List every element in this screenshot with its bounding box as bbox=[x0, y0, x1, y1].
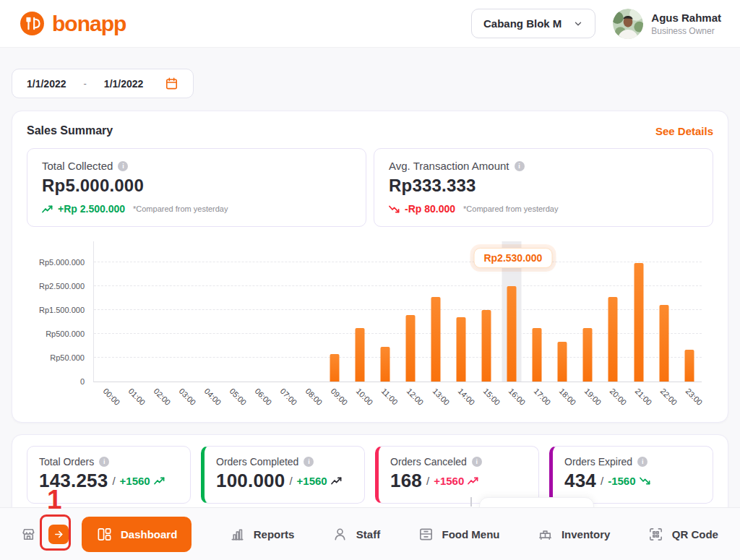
nav-item-qr-code[interactable]: QR Code bbox=[648, 526, 718, 543]
order-label: Orders Expiredi bbox=[564, 456, 701, 468]
order-value-row: 434/-1560 bbox=[564, 470, 701, 492]
bar-column: 14:00 bbox=[449, 241, 474, 382]
bar[interactable] bbox=[381, 347, 390, 382]
stat-label-text: Total Collected bbox=[42, 160, 113, 172]
trend-up-icon bbox=[468, 477, 478, 485]
brand-logo: bonapp bbox=[19, 10, 126, 37]
x-axis-label: 01:00 bbox=[126, 387, 147, 407]
y-axis-tick: 0 bbox=[80, 377, 85, 386]
order-value: 168 bbox=[390, 470, 422, 492]
bar[interactable] bbox=[608, 297, 618, 382]
stat-delta-row: +Rp 2.500.000*Compared from yesterday bbox=[42, 203, 351, 215]
user-role: Business Owner bbox=[651, 26, 721, 36]
storefront-button[interactable] bbox=[20, 526, 37, 543]
info-icon: i bbox=[472, 457, 482, 467]
bar-column: 09:00 bbox=[322, 241, 347, 382]
bar-column: 05:00 bbox=[220, 241, 246, 382]
bar-column: 13:00 bbox=[423, 241, 449, 382]
info-icon: i bbox=[515, 161, 525, 171]
qr-code-icon bbox=[648, 526, 664, 543]
see-details-link[interactable]: See Details bbox=[655, 125, 713, 137]
bar[interactable] bbox=[507, 286, 517, 382]
bar[interactable] bbox=[558, 342, 567, 382]
x-axis-label: 04:00 bbox=[203, 387, 223, 407]
order-value: 434 bbox=[564, 470, 596, 492]
order-label: Orders Completedi bbox=[216, 456, 353, 468]
bar-column: 02:00 bbox=[145, 241, 170, 382]
divider-tick bbox=[470, 497, 472, 507]
order-label-text: Orders Canceled bbox=[390, 456, 467, 468]
stat-label-text: Avg. Transaction Amount bbox=[389, 160, 509, 172]
bar[interactable] bbox=[634, 263, 643, 382]
order-label-text: Total Orders bbox=[39, 456, 94, 468]
order-label-text: Orders Completed bbox=[216, 456, 298, 468]
inventory-icon bbox=[537, 526, 554, 543]
trend-up-icon bbox=[331, 477, 342, 485]
avatar bbox=[613, 9, 643, 39]
bar[interactable] bbox=[659, 305, 668, 382]
sales-stat-row: Total CollectediRp5.000.000+Rp 2.500.000… bbox=[27, 148, 713, 227]
nav-item-label: Inventory bbox=[562, 528, 611, 540]
bar-column: 00:00 bbox=[94, 241, 119, 382]
order-slash: / bbox=[112, 475, 115, 487]
bar-column: 22:00 bbox=[651, 241, 676, 382]
bar[interactable] bbox=[330, 354, 339, 382]
calendar-icon[interactable] bbox=[165, 77, 178, 90]
bar[interactable] bbox=[406, 315, 416, 382]
trend-up-icon bbox=[42, 205, 53, 213]
nav-item-label: Reports bbox=[254, 528, 295, 540]
reports-icon bbox=[229, 526, 246, 543]
info-icon: i bbox=[99, 457, 109, 467]
stat-value: Rp5.000.000 bbox=[42, 176, 351, 196]
x-axis-label: 00:00 bbox=[101, 387, 121, 407]
x-axis-label: 17:00 bbox=[532, 387, 552, 407]
info-icon: i bbox=[304, 457, 314, 467]
bar[interactable] bbox=[684, 350, 694, 382]
bar-column: 18:00 bbox=[550, 241, 575, 382]
x-axis-label: 22:00 bbox=[658, 387, 679, 407]
x-axis-label: 11:00 bbox=[380, 387, 400, 406]
stat-label: Avg. Transaction Amounti bbox=[389, 160, 698, 172]
dashboard-page: 1/1/2022 - 1/1/2022 Sales Summary See De… bbox=[0, 48, 740, 538]
bar-column: 20:00 bbox=[601, 241, 626, 382]
bar[interactable] bbox=[431, 297, 441, 382]
annotation-highlight-box bbox=[40, 514, 71, 551]
nav-items: DashboardReportsStaffFood MenuInventoryQ… bbox=[82, 517, 720, 552]
bar[interactable] bbox=[533, 328, 542, 382]
order-value-row: 100.000/+1560 bbox=[216, 470, 353, 492]
stat-delta: -Rp 80.000 bbox=[405, 203, 455, 215]
nav-item-reports[interactable]: Reports bbox=[229, 526, 295, 543]
bar-column: 12:00 bbox=[398, 241, 423, 382]
brand-wordmark: bonapp bbox=[52, 12, 126, 36]
bar[interactable] bbox=[482, 310, 491, 382]
bar[interactable] bbox=[457, 317, 466, 382]
stat-delta: +Rp 2.500.000 bbox=[58, 203, 125, 215]
nav-item-staff[interactable]: Staff bbox=[332, 526, 380, 543]
sales-summary-card: Sales Summary See Details Total Collecte… bbox=[12, 111, 728, 423]
bar-column: 10:00 bbox=[347, 241, 372, 382]
sales-chart: 0Rp50.000Rp500.000Rp1.500.000Rp2.500.000… bbox=[27, 241, 713, 419]
bar-column: 11:00 bbox=[373, 241, 398, 382]
nav-item-food-menu[interactable]: Food Menu bbox=[418, 526, 500, 543]
x-axis-label: 06:00 bbox=[254, 387, 274, 407]
order-value: 100.000 bbox=[216, 470, 285, 492]
branch-selector-label: Cabang Blok M bbox=[483, 17, 562, 30]
x-axis-label: 05:00 bbox=[228, 387, 249, 407]
nav-item-dashboard[interactable]: Dashboard bbox=[82, 517, 192, 552]
x-axis-label: 02:00 bbox=[152, 387, 173, 407]
nav-item-inventory[interactable]: Inventory bbox=[537, 526, 611, 543]
info-icon: i bbox=[118, 161, 128, 171]
branch-selector[interactable]: Cabang Blok M bbox=[471, 9, 595, 38]
x-axis-label: 10:00 bbox=[355, 387, 375, 407]
bar[interactable] bbox=[355, 328, 364, 382]
y-axis-tick: Rp2.500.000 bbox=[39, 282, 85, 290]
bar-column: 08:00 bbox=[296, 241, 322, 382]
user-menu[interactable]: Agus Rahmat Business Owner bbox=[613, 9, 721, 39]
bar[interactable] bbox=[583, 328, 593, 382]
date-range-picker[interactable]: 1/1/2022 - 1/1/2022 bbox=[12, 69, 194, 98]
info-icon: i bbox=[637, 457, 648, 467]
x-axis-label: 16:00 bbox=[507, 387, 527, 407]
storefront-icon bbox=[20, 526, 37, 543]
y-axis-tick: Rp5.000.000 bbox=[39, 258, 85, 267]
dashboard-icon bbox=[96, 526, 113, 543]
